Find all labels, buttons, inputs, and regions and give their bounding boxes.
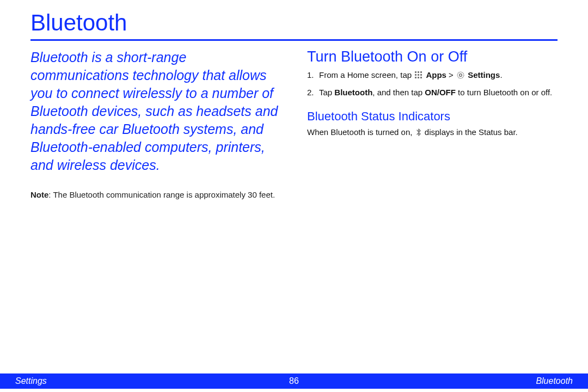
svg-rect-4 [418,74,419,76]
apps-label: Apps [426,70,446,79]
page-footer: Settings 86 Bluetooth [0,373,588,389]
left-column: Bluetooth is a short-range communication… [30,48,281,200]
status-a: When Bluetooth is turned on, [307,127,415,137]
svg-rect-1 [418,71,419,73]
step1-end: . [500,70,502,79]
bluetooth-icon [416,128,421,139]
section-heading-turn-on-off: Turn Bluetooth On or Off [307,48,558,65]
section-heading-status-indicators: Bluetooth Status Indicators [307,109,558,124]
footer-right: Bluetooth [536,376,573,386]
step2-a: Tap [319,88,334,97]
step-number: 1. [307,70,319,82]
svg-point-9 [457,72,464,78]
note-label: Note [30,190,48,199]
step-body: From a Home screen, tap Apps > Settings. [319,70,558,82]
step2-b: Bluetooth [334,88,372,97]
status-b: displays in the Status bar. [422,127,518,137]
step2-c: , and then tap [372,88,425,97]
footer-left: Settings [15,376,47,386]
step2-d: ON/OFF [425,88,456,97]
step1-gt: > [446,70,456,79]
footer-page-number: 86 [289,376,299,386]
step1-text-a: From a Home screen, tap [319,70,414,79]
svg-rect-2 [420,71,422,73]
svg-rect-5 [420,74,422,76]
note-paragraph: Note: The Bluetooth communication range … [30,189,281,200]
step-body: Tap Bluetooth, and then tap ON/OFF to tu… [319,87,558,98]
svg-rect-6 [415,77,416,78]
intro-paragraph: Bluetooth is a short-range communication… [30,48,281,174]
right-column: Turn Bluetooth On or Off 1. From a Home … [307,48,558,200]
settings-gear-icon [457,71,464,82]
step2-e: to turn Bluetooth on or off. [456,88,552,97]
status-indicator-text: When Bluetooth is turned on, displays in… [307,127,558,139]
svg-rect-3 [415,74,416,76]
note-text: : The Bluetooth communication range is a… [48,190,275,199]
svg-rect-0 [415,71,416,73]
svg-rect-8 [420,77,422,78]
step-1: 1. From a Home screen, tap Apps > Settin… [307,70,558,82]
step-2: 2. Tap Bluetooth, and then tap ON/OFF to… [307,87,558,98]
svg-point-10 [460,74,462,77]
step-number: 2. [307,87,319,98]
page-title: Bluetooth [30,10,558,36]
title-rule [30,39,558,41]
svg-rect-7 [418,77,419,78]
apps-grid-icon [415,71,422,82]
settings-label: Settings [468,70,500,79]
